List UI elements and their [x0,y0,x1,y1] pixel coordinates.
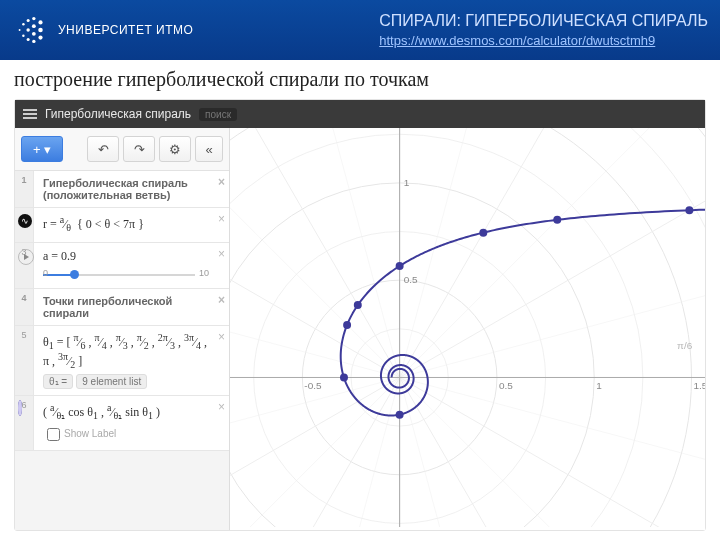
add-expression-button[interactable]: + ▾ [21,136,63,162]
svg-line-28 [289,128,400,377]
delete-row-icon[interactable]: × [218,212,225,226]
folder-label: Гиперболическая спираль (положительная в… [43,177,188,201]
redo-button[interactable]: ↷ [123,136,155,162]
svg-text:0.5: 0.5 [404,274,418,285]
expression-row[interactable]: 5 ×θ1 = [ π⁄6 , π⁄4 , π⁄3 , π⁄2 , 2π⁄3 ,… [15,326,229,396]
svg-line-26 [400,128,511,377]
show-label-checkbox[interactable]: Show Label [43,425,209,444]
svg-point-4 [26,28,29,31]
wave-icon[interactable]: ∿ [18,214,32,228]
source-link[interactable]: https://www.desmos.com/calculator/dwutsc… [379,33,655,48]
expression-row[interactable]: 1 ×Гиперболическая спираль (положительна… [15,171,229,208]
svg-point-58 [396,262,404,270]
svg-point-55 [685,206,693,214]
svg-line-24 [400,128,703,377]
play-icon[interactable] [18,249,34,265]
expression-sidebar: + ▾ ↶ ↷ ⚙ « 1 ×Гиперболическая спираль (… [15,128,230,530]
svg-line-31 [230,163,400,377]
svg-point-20 [230,128,705,527]
undo-button[interactable]: ↶ [87,136,119,162]
svg-point-19 [230,128,705,527]
svg-point-17 [230,134,643,527]
expression-formula[interactable]: ( a⁄θ₁ cos θ1 , a⁄θ₁ sin θ1 ) [43,405,160,419]
svg-text:1: 1 [404,177,410,188]
svg-point-56 [553,216,561,224]
delete-row-icon[interactable]: × [218,293,225,307]
row-number: 5 [15,326,34,395]
delete-row-icon[interactable]: × [218,330,225,344]
svg-point-60 [343,321,351,329]
point-color-icon[interactable] [18,400,22,416]
collapse-sidebar-button[interactable]: « [195,136,223,162]
svg-point-11 [38,28,43,33]
org-name: УНИВЕРСИТЕТ ИТМО [58,23,193,37]
delete-row-icon[interactable]: × [218,247,225,261]
svg-text:1.5: 1.5 [694,380,705,391]
svg-text:-0.5: -0.5 [304,380,322,391]
result-pill: 9 element list [76,374,147,389]
search-pill[interactable]: поиск [199,108,237,121]
expression-formula[interactable]: θ1 = [ π⁄6 , π⁄4 , π⁄3 , π⁄2 , 2π⁄3 , 3π… [43,335,207,368]
svg-line-42 [400,377,703,527]
svg-point-8 [32,32,36,36]
svg-point-59 [354,301,362,309]
svg-point-18 [230,128,692,527]
svg-line-41 [400,377,614,527]
svg-line-25 [400,128,614,377]
expression-row[interactable]: 4 ×Точки гиперболической спирали [15,289,229,326]
menu-icon[interactable] [23,107,37,121]
app-topbar: Гиперболическая спираль поиск [15,100,705,128]
row-number: 1 [15,171,34,207]
delete-row-icon[interactable]: × [218,400,225,414]
expression-row[interactable]: 6 × ( a⁄θ₁ cos θ1 , a⁄θ₁ sin θ1 ) Show L… [15,396,229,451]
svg-point-10 [38,20,42,24]
expression-row[interactable]: 2 ×∿ r = a⁄θ { 0 < θ < 7π } [15,208,229,243]
project-name: Гиперболическая спираль [45,107,191,121]
svg-line-29 [230,128,400,377]
org-logo: УНИВЕРСИТЕТ ИТМО [12,11,193,49]
svg-line-30 [230,128,400,377]
settings-button[interactable]: ⚙ [159,136,191,162]
logo-dots-icon [12,11,50,49]
expression-row[interactable]: 3 × a = 0.9 010 [15,243,229,289]
svg-text:π/6: π/6 [677,340,693,351]
svg-point-1 [22,23,24,25]
sidebar-toolbar: + ▾ ↶ ↷ ⚙ « [15,128,229,171]
graph-area[interactable]: -0.50.511.50.51π/3π/6 [230,128,705,530]
svg-point-0 [19,29,21,31]
expression-formula[interactable]: r = a⁄θ { 0 < θ < 7π } [43,217,144,231]
svg-point-12 [38,36,42,40]
folder-label: Точки гиперболической спирали [43,295,172,319]
svg-point-5 [27,38,30,41]
svg-line-43 [400,377,705,527]
svg-line-23 [400,163,705,377]
svg-point-57 [479,229,487,237]
svg-point-3 [27,19,30,22]
desmos-app: Гиперболическая спираль поиск desmos + ▾… [14,99,706,531]
svg-point-9 [32,40,35,43]
svg-text:1: 1 [596,380,602,391]
svg-point-62 [396,411,404,419]
slider[interactable]: 010 [43,268,209,282]
svg-point-7 [32,24,36,28]
svg-point-2 [22,34,24,36]
slider-label: a = 0.9 [43,249,76,263]
row-number: 4 [15,289,34,325]
delete-row-icon[interactable]: × [218,175,225,189]
slide-subtitle: построение гиперболической спирали по то… [0,60,720,93]
result-pill: θ₁ = [43,374,73,389]
svg-point-6 [32,17,35,20]
svg-text:0.5: 0.5 [499,380,513,391]
page-title: СПИРАЛИ: ГИПЕРБОЛИЧЕСКАЯ СПИРАЛЬ [379,10,708,32]
svg-point-61 [340,373,348,381]
